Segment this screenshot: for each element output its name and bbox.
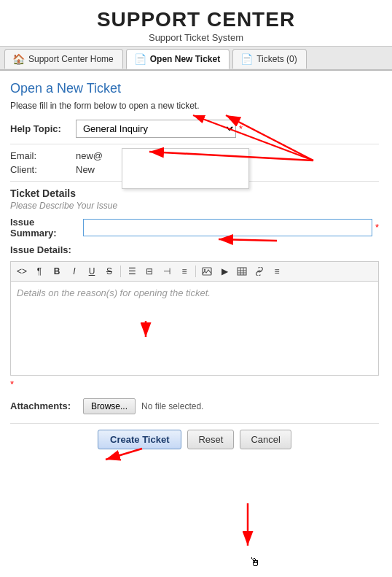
attachments-label: Attachments:: [10, 400, 83, 411]
toolbar-italic-btn[interactable]: I: [66, 264, 82, 279]
navigation-bar: 🏠 Support Center Home 📄 Open New Ticket …: [0, 46, 392, 71]
client-value: New: [76, 164, 95, 175]
main-content: Open a New Ticket Please fill in the for…: [0, 71, 392, 460]
toolbar-align-btn[interactable]: ≡: [269, 264, 285, 279]
toolbar-strikethrough-btn[interactable]: S: [101, 264, 117, 279]
issue-details-label: Issue Details:: [10, 244, 83, 255]
action-buttons: Create Ticket Reset Cancel: [10, 423, 379, 449]
create-ticket-button[interactable]: Create Ticket: [98, 430, 181, 449]
editor-placeholder: Details on the reason(s) for opening the…: [17, 287, 211, 298]
tab-open-new-ticket[interactable]: 📄 Open New Ticket: [126, 49, 230, 69]
toolbar-table-btn[interactable]: [234, 264, 250, 279]
toolbar-align-center-btn[interactable]: ≡: [176, 264, 192, 279]
cancel-button[interactable]: Cancel: [240, 430, 291, 449]
new-ticket-icon: 📄: [134, 53, 146, 65]
issue-summary-required: *: [375, 222, 379, 233]
autocomplete-item[interactable]: [122, 152, 248, 169]
attachments-row: Attachments: Browse... No file selected.: [10, 395, 379, 414]
toolbar-separator-2: [195, 266, 196, 277]
browse-button[interactable]: Browse...: [83, 398, 136, 414]
toolbar-code-btn[interactable]: <>: [14, 264, 30, 279]
svg-rect-2: [238, 268, 246, 275]
email-value: new@: [76, 150, 103, 161]
tab-support-center-home[interactable]: 🏠 Support Center Home: [4, 49, 123, 69]
header: SUPPORT CENTER Support Ticket System: [0, 0, 392, 46]
issue-summary-input[interactable]: [83, 219, 372, 236]
svg-point-1: [204, 269, 205, 271]
toolbar-align-right-btn[interactable]: ⊣: [159, 264, 175, 279]
toolbar-underline-btn[interactable]: U: [84, 264, 100, 279]
editor-toolbar: <> ¶ B I U S ☰ ⊟ ⊣ ≡ ▶ ≡: [10, 261, 379, 281]
client-label: Client:: [10, 164, 76, 175]
toolbar-bold-btn[interactable]: B: [49, 264, 65, 279]
reset-button[interactable]: Reset: [187, 430, 234, 449]
toolbar-ul-btn[interactable]: ☰: [124, 264, 140, 279]
ticket-details-subtitle: Please Describe Your Issue: [10, 201, 379, 211]
site-title: SUPPORT CENTER: [10, 9, 382, 31]
toolbar-separator-1: [120, 266, 121, 277]
autocomplete-dropdown[interactable]: [122, 148, 249, 189]
no-file-text: No file selected.: [141, 401, 203, 411]
help-topic-required: *: [239, 123, 243, 134]
ticket-details-title: Ticket Details: [10, 187, 379, 199]
toolbar-image-btn[interactable]: [199, 264, 215, 279]
help-topic-label: Help Topic:: [10, 123, 76, 134]
help-topic-select[interactable]: General Inquiry: [76, 120, 236, 138]
site-subtitle: Support Ticket System: [10, 32, 382, 43]
issue-summary-row: Issue Summary: *: [10, 217, 379, 239]
page-description: Please fill in the form below to open a …: [10, 101, 379, 111]
tickets-icon: 📄: [240, 53, 253, 65]
issue-details-editor[interactable]: Details on the reason(s) for opening the…: [10, 281, 379, 376]
toolbar-media-btn[interactable]: ▶: [216, 264, 232, 279]
home-icon: 🏠: [12, 53, 25, 65]
toolbar-paragraph-btn[interactable]: ¶: [31, 264, 47, 279]
help-topic-row: Help Topic: General Inquiry *: [10, 120, 379, 144]
tab-tickets[interactable]: 📄 Tickets (0): [232, 49, 307, 69]
issue-details-row: Issue Details:: [10, 244, 379, 255]
cursor-icon: 🖱: [249, 556, 261, 569]
issue-summary-label: Issue Summary:: [10, 217, 83, 239]
toolbar-link-btn[interactable]: [251, 264, 267, 279]
toolbar-ol-btn[interactable]: ⊟: [141, 264, 157, 279]
page-title: Open a New Ticket: [10, 81, 379, 96]
email-label: Email:: [10, 150, 76, 161]
required-marker: *: [10, 379, 379, 390]
autocomplete-item[interactable]: [122, 169, 248, 185]
